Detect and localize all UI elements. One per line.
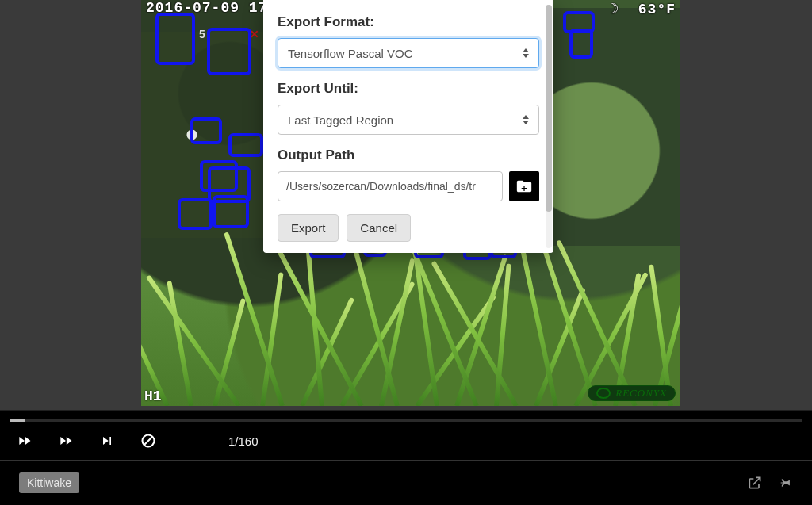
export-until-label: Export Until: [278, 81, 539, 97]
tag-chip-kittiwake[interactable]: Kittiwake [19, 472, 79, 493]
clear-button[interactable] [140, 432, 157, 450]
prev-fast-button[interactable] [16, 432, 33, 450]
select-caret-icon [523, 114, 530, 125]
bounding-box[interactable] [569, 29, 593, 59]
export-dialog: Export Format: Tensorflow Pascal VOC Exp… [263, 0, 553, 253]
camera-id-overlay: H1 [144, 388, 162, 404]
scrub-progress [10, 419, 25, 422]
export-until-select[interactable]: Last Tagged Region [278, 105, 539, 135]
grass-blade [300, 297, 354, 406]
export-button[interactable]: Export [278, 214, 339, 242]
scrub-track[interactable] [10, 419, 802, 422]
weather-overlay: ☽ 63°F [605, 0, 680, 17]
bounding-box[interactable] [155, 13, 195, 65]
eye-icon [596, 388, 611, 399]
watermark-text: RECONYX [615, 387, 667, 400]
bounding-box[interactable] [228, 133, 263, 157]
grass-blade [167, 281, 193, 406]
bounding-box[interactable] [178, 198, 213, 230]
pin-icon[interactable] [777, 475, 793, 491]
export-format-select[interactable]: Tensorflow Pascal VOC [278, 38, 539, 68]
reconyx-watermark: RECONYX [588, 385, 676, 401]
export-format-label: Export Format: [278, 14, 539, 30]
bounding-box[interactable] [190, 117, 222, 144]
output-path-input[interactable] [278, 171, 503, 201]
next-fast-button[interactable] [57, 432, 75, 450]
svg-line-1 [144, 437, 152, 445]
share-icon[interactable] [747, 475, 763, 491]
tag-bar: Kittiwake [0, 460, 812, 505]
bounding-box[interactable]: 5 [207, 28, 251, 75]
step-next-button[interactable] [98, 432, 116, 450]
canvas-stage: 2016-07-09 17 ☽ 63°F H1 RECONYX 5 Export… [0, 0, 812, 411]
grass-blade [260, 272, 284, 406]
select-caret-icon [523, 48, 530, 59]
frame-counter: 1/160 [228, 434, 259, 448]
export-format-value: Tensorflow Pascal VOC [288, 47, 413, 60]
bbox-index-label: 5 [199, 28, 205, 40]
bounding-box[interactable] [213, 195, 249, 228]
browse-folder-button[interactable]: ＋ [509, 171, 539, 201]
cancel-button[interactable]: Cancel [347, 214, 411, 242]
plus-icon: ＋ [519, 181, 529, 194]
modal-scrollbar[interactable] [546, 5, 552, 248]
transport-bar: 1/160 [0, 411, 812, 460]
modal-scrollbar-thumb[interactable] [546, 5, 552, 212]
output-path-label: Output Path [278, 147, 539, 163]
export-until-value: Last Tagged Region [288, 113, 393, 127]
